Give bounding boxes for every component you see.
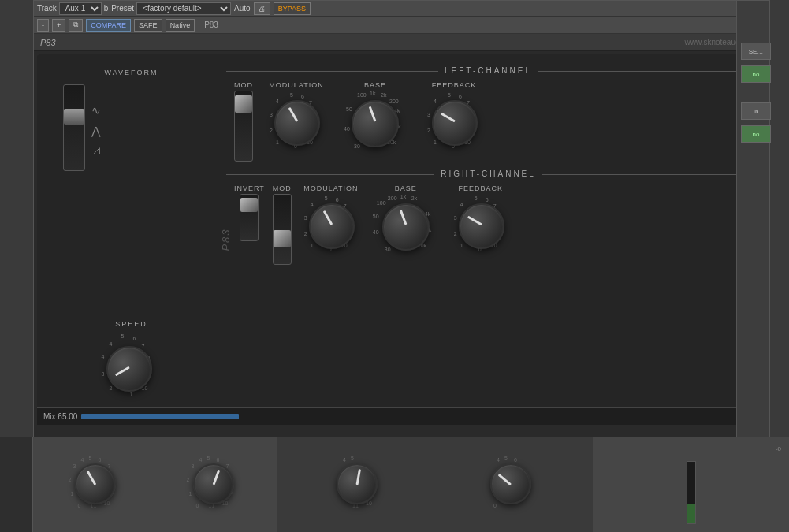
print-button[interactable]: 🖨: [254, 2, 270, 15]
left-channel-section: LEFT-CHANNEL MOD: [226, 66, 750, 162]
track-dropdown[interactable]: Aux 1: [59, 2, 102, 15]
left-base-container: BASE 1k 2k 200 4k 8k 10k 100 50 40: [340, 81, 411, 160]
bottom-right: -0: [593, 437, 789, 532]
bottom-knob-3[interactable]: [337, 463, 378, 504]
rfb-4: 4: [460, 202, 463, 207]
plugin-titlebar: P83 www.sknoteaudio.com: [34, 34, 769, 51]
side-panel: SE… no In no: [736, 1, 769, 438]
left-mod-slider[interactable]: [234, 91, 253, 162]
speed-scale-6: 6: [133, 336, 136, 341]
bk4-0: 0: [493, 503, 497, 508]
left-feedback-label: FEEDBACK: [432, 81, 477, 89]
preset-label: Preset: [111, 4, 134, 13]
plugin-window: Track Aux 1 b Preset <factory default> A…: [33, 0, 770, 437]
bottom-knob-4[interactable]: [490, 463, 531, 504]
plugin-layout: WAVEFORM ∿ ⋀ ⩘: [45, 62, 758, 417]
sine-wave-icon[interactable]: ∿: [91, 104, 101, 117]
rbase-40: 40: [373, 229, 379, 235]
bypass-button[interactable]: BYPASS: [274, 2, 311, 15]
native-button[interactable]: Native: [166, 19, 195, 32]
rfb-6: 6: [486, 197, 489, 203]
bottom-knob-1-wrapper: 5 6 7 8 9 10 11 0 1 2 3 4: [67, 456, 126, 515]
sawtooth-wave-icon[interactable]: ⋀: [91, 125, 101, 137]
bk1-3: 3: [73, 463, 76, 469]
mod-scale-1: 1: [276, 140, 279, 145]
bk1-6: 6: [99, 457, 102, 463]
left-base-knob[interactable]: [352, 100, 399, 147]
left-mod-thumb[interactable]: [235, 95, 252, 113]
side-btn-no2[interactable]: no: [741, 125, 771, 143]
right-base-label: BASE: [395, 184, 417, 192]
preset-dropdown[interactable]: <factory default>: [136, 2, 231, 15]
waveform-fader[interactable]: [63, 84, 85, 171]
mod-scale-5: 5: [290, 92, 293, 98]
minus-button[interactable]: -: [37, 19, 49, 32]
bk1-4: 4: [81, 457, 84, 463]
right-mod-thumb[interactable]: [274, 230, 291, 247]
rbase-2k: 2k: [411, 195, 417, 201]
compare-button[interactable]: COMPARE: [86, 19, 131, 32]
invert-toggle[interactable]: [240, 194, 259, 241]
bottom-knob-4-wrapper: 5 6 0 4: [482, 456, 542, 515]
left-feedback-knob[interactable]: [432, 100, 478, 146]
mod-scale-6: 6: [301, 94, 304, 99]
speed-section: SPEED 5 6 7 8 9 10 1 2 3 4 4: [51, 320, 211, 411]
speed-knob[interactable]: [106, 346, 152, 392]
mix-bar: Mix 65.00 ⊡: [37, 407, 766, 425]
side-spacer: [739, 87, 767, 99]
speed-label: SPEED: [51, 320, 211, 328]
left-channel-header: LEFT-CHANNEL: [226, 66, 750, 75]
invert-container: INVERT: [234, 184, 265, 241]
waveform-label: WAVEFORM: [51, 69, 211, 76]
base-40: 40: [344, 126, 350, 132]
waveform-fader-thumb[interactable]: [64, 109, 84, 125]
side-buttons: SE… no In no: [737, 39, 769, 147]
mix-progress-bar[interactable]: [81, 414, 239, 419]
speed-scale-4b: 4: [110, 341, 113, 347]
side-btn-se[interactable]: SE…: [741, 43, 771, 60]
bottom-mid: 5 10 11 4 5 6 0 4: [277, 437, 593, 532]
invert-thumb[interactable]: [240, 198, 258, 212]
triangle-wave-icon[interactable]: ⩘: [91, 145, 101, 156]
preset-section: Preset <factory default>: [111, 2, 231, 15]
preset-name: P83: [204, 20, 218, 29]
left-modulation-knob[interactable]: [274, 100, 320, 146]
bk2-1: 1: [189, 491, 192, 497]
left-mod-container: MOD: [234, 81, 253, 162]
toolbar-row2: - + ⧉ COMPARE SAFE Native P83: [34, 17, 769, 34]
plus-button[interactable]: +: [52, 19, 65, 32]
side-btn-in[interactable]: In: [741, 102, 771, 120]
safe-button[interactable]: SAFE: [134, 19, 162, 32]
fb-3: 3: [427, 112, 430, 117]
waveform-shapes: ∿ ⋀ ⩘: [91, 100, 101, 156]
left-modulation-container: MODULATION 5 6 7 8 9 10 0 1 2: [265, 81, 328, 154]
right-base-knob[interactable]: [382, 203, 430, 251]
base-100: 100: [357, 92, 367, 98]
rmod-5: 5: [325, 195, 328, 201]
right-modulation-knob[interactable]: [309, 203, 355, 249]
speed-scale-7: 7: [142, 344, 145, 349]
bk4-6: 6: [514, 457, 517, 463]
db-minus0: -0: [776, 445, 781, 452]
base-50: 50: [346, 106, 352, 112]
right-feedback-label: FEEDBACK: [459, 184, 504, 192]
bottom-knob-2-wrapper: 5 6 7 8 9 10 11 0 1 2 3 4: [185, 456, 244, 515]
rbase-30: 30: [385, 247, 391, 252]
fb-6: 6: [459, 94, 462, 99]
side-btn-no1[interactable]: no: [741, 65, 771, 83]
base-200: 200: [389, 99, 399, 104]
right-mod-slider[interactable]: [273, 194, 292, 265]
right-feedback-knob[interactable]: [459, 203, 504, 249]
fb-5: 5: [448, 92, 451, 98]
rfb-1: 1: [460, 243, 463, 248]
copy-button[interactable]: ⧉: [69, 19, 83, 32]
far-left-strip: [0, 437, 33, 532]
base-2k: 2k: [381, 92, 386, 98]
db-scale: -0: [601, 445, 781, 452]
waveform-section: WAVEFORM ∿ ⋀ ⩘: [51, 69, 211, 312]
bottom-knob-2[interactable]: [193, 463, 234, 504]
bottom-knob-1[interactable]: [75, 463, 116, 504]
base-30: 30: [354, 143, 360, 149]
left-mod-label: MOD: [234, 81, 253, 89]
rbase-50: 50: [373, 214, 379, 219]
